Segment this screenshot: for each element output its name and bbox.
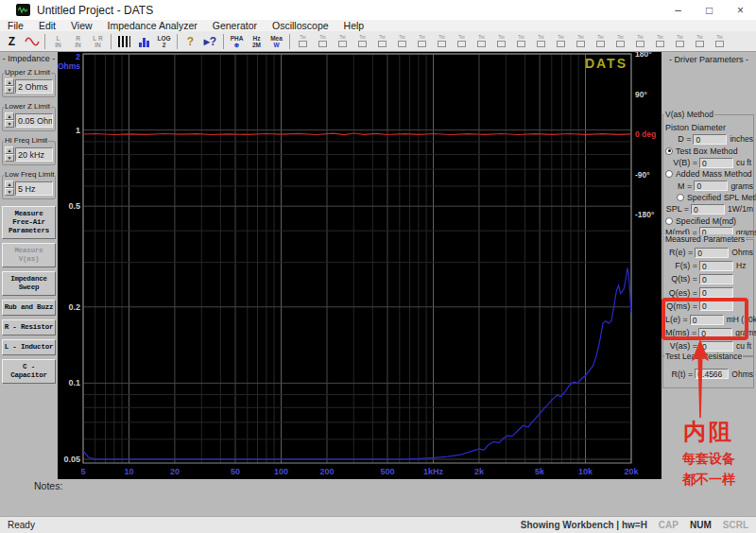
specified-m-md-radio[interactable] (665, 217, 673, 225)
impedance-mode-button[interactable]: Z (2, 32, 22, 50)
overlay-slot-button: Tst (670, 32, 690, 50)
log-sweep-button[interactable]: LOG2 (154, 32, 174, 50)
m-label: M = (665, 181, 692, 191)
limit-low-freq-limit-value[interactable]: 5 Hz (15, 181, 53, 196)
freq-range-icon: Hz2M (252, 35, 261, 48)
overlay-slot-button: Tst (293, 32, 313, 50)
f-s-field[interactable]: 0 (699, 261, 733, 271)
limit-lower-z-limit-value[interactable]: 0.05 Ohm (15, 113, 53, 128)
measure-weighting-button[interactable]: MeaW (266, 32, 286, 50)
spinner-up-button[interactable]: ▲ (5, 181, 14, 188)
limit-hi-freq-limit-value[interactable]: 20 kHz (15, 147, 53, 162)
rub-and-buzz-button[interactable]: Rub and Buzz (2, 300, 56, 316)
measured-parameters-group-row: Q(ts) =0 (663, 272, 753, 285)
menu-oscilloscope[interactable]: Oscilloscope (265, 20, 336, 31)
added-mass-method-radio[interactable] (665, 170, 673, 178)
input-left-icon-bottom: IN (55, 42, 61, 48)
overlay-slot-icon: Tst (715, 35, 724, 47)
help-button[interactable]: ? (180, 32, 200, 50)
d-unit: inches (730, 134, 753, 144)
test-lead-highlight-box (662, 298, 748, 340)
log-sweep-icon-bottom: 2 (163, 42, 166, 48)
m-field[interactable]: 0 (694, 181, 728, 191)
svg-text:50: 50 (231, 467, 240, 476)
sine-wave-icon (25, 36, 40, 47)
svg-text:100: 100 (274, 467, 288, 476)
test-box-method-radio[interactable] (665, 147, 673, 155)
phase-icon-bottom: ⊕ (234, 42, 239, 48)
menu-impedance-analyzer[interactable]: Impedance Analyzer (100, 20, 205, 31)
overlay-slot-icon: Tst (517, 35, 525, 47)
overlay-slot-box (378, 41, 387, 47)
limit-upper-z-limit-spinner: ▲▼ (5, 78, 14, 94)
svg-text:DATS: DATS (585, 56, 627, 71)
overlay-slot-label: Tst (478, 35, 484, 40)
menu-file[interactable]: File (0, 20, 31, 31)
phase-button[interactable]: PHA⊕ (227, 32, 247, 50)
overlay-slot-label: Tst (677, 35, 682, 40)
limit-hi-freq-limit-label: Hi Freq Limit (4, 136, 48, 145)
r-e-field[interactable]: 0 (695, 248, 729, 258)
specified-spl-method-radio[interactable] (677, 194, 684, 201)
input-right-icon-bottom: IN (75, 42, 81, 48)
spinner-down-button[interactable]: ▼ (5, 120, 14, 128)
input-stereo-icon-bottom: IN (94, 42, 101, 48)
l-inductor-button[interactable]: L - Inductor (2, 339, 56, 355)
measure-weighting-icon-bottom: W (273, 42, 279, 48)
impedance-sweep-button[interactable]: Impedance Sweep (2, 271, 56, 296)
limit-hi-freq-limit-spinner: ▲▼ (5, 146, 14, 162)
menu-bar: FileEditViewImpedance AnalyzerGeneratorO… (0, 20, 756, 31)
overlay-slot-label: Tst (458, 35, 464, 40)
v-b-field[interactable]: 0 (699, 158, 733, 168)
overlay-slot-box (299, 41, 307, 47)
comb-generator-button[interactable] (114, 32, 134, 50)
spinner-up-button[interactable]: ▲ (5, 146, 14, 154)
r-resistor-button[interactable]: R - Resistor (2, 319, 56, 335)
maximize-button[interactable]: □ (694, 0, 725, 20)
bar (139, 43, 142, 47)
overlay-slot-box (398, 41, 406, 47)
overlay-slot-label: Tst (657, 35, 662, 40)
context-help-button[interactable]: ▸? (200, 32, 220, 50)
limit-upper-z-limit-value[interactable]: 2 Ohms (15, 79, 53, 94)
overlay-slot-button: Tst (333, 32, 352, 50)
measure-free-air-parameters-button[interactable]: Measure Free-Air Parameters (2, 206, 56, 239)
status-flag-scrl: SCRL (723, 520, 748, 530)
overlay-slot-button: Tst (511, 32, 531, 50)
c-capacitor-button[interactable]: C - Capacitor (2, 359, 56, 384)
overlay-slot-box (517, 41, 525, 47)
overlay-slot-button: Tst (690, 32, 710, 50)
sine-wave-button[interactable] (22, 32, 42, 50)
input-left-icon-top: L (57, 35, 60, 42)
q-es-field[interactable]: 0 (699, 287, 733, 298)
spinner-up-button[interactable]: ▲ (5, 112, 14, 120)
overlay-slot-label: Tst (359, 35, 365, 40)
overlay-slot-icon: Tst (398, 35, 406, 47)
spinner-down-button[interactable]: ▼ (5, 154, 14, 162)
overlay-slot-box (636, 41, 644, 47)
overlay-slot-icon: Tst (318, 35, 327, 47)
overlay-slot-label: Tst (617, 35, 623, 40)
freq-range-button[interactable]: Hz2M (247, 32, 266, 50)
title-bar: Untitled Project - DATS –□× (0, 0, 756, 20)
annotation-text-line1: 每套设备 (662, 451, 756, 468)
overlay-slot-box (438, 41, 446, 47)
spinner-down-button[interactable]: ▼ (5, 86, 14, 94)
menu-generator[interactable]: Generator (205, 20, 265, 31)
d-field[interactable]: 0 (693, 134, 727, 145)
minimize-button[interactable]: – (662, 0, 694, 20)
spinner-down-button[interactable]: ▼ (5, 188, 14, 196)
spinner-up-button[interactable]: ▲ (5, 78, 14, 86)
v-b-label: V(B) = (665, 158, 697, 167)
specified-m-md-label: Specified M(md) (676, 216, 736, 226)
level-meter-button[interactable] (134, 32, 154, 50)
q-ts-field[interactable]: 0 (699, 274, 733, 284)
menu-edit[interactable]: Edit (31, 20, 63, 31)
menu-help[interactable]: Help (336, 20, 372, 31)
limit-lower-z-limit: Lower Z Limit▲▼0.05 Ohm (2, 107, 56, 131)
menu-view[interactable]: View (63, 20, 100, 31)
svg-text:2k: 2k (474, 467, 485, 476)
close-button[interactable]: × (725, 0, 756, 20)
vas-method-group: V(as) MethodPiston DiameterD =0inchesTes… (662, 114, 754, 238)
spl-field[interactable]: 0 (691, 204, 725, 215)
